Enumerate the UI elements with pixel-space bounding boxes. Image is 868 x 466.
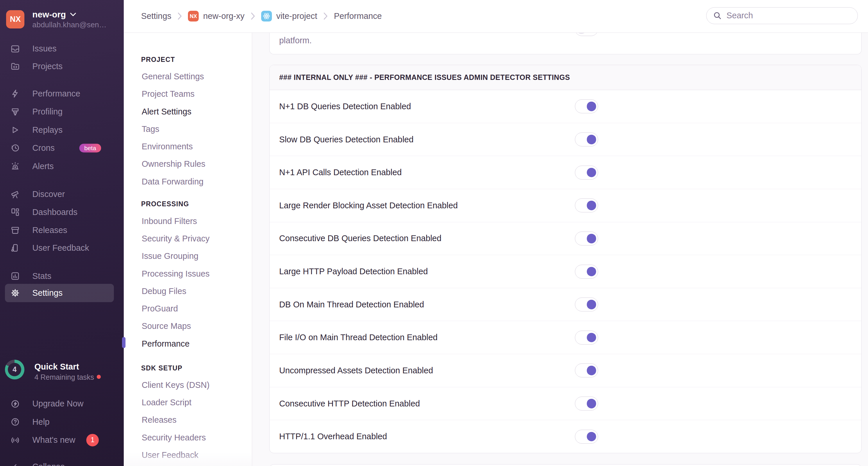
sidebar-item-label: Collapse: [32, 462, 65, 466]
setting-label: File I/O on Main Thread Detection Enable…: [279, 333, 437, 342]
nav-item-environments[interactable]: Environments: [142, 142, 193, 151]
org-user-email: abdullah.khan@sen…: [32, 21, 119, 29]
nav-item-loader-script[interactable]: Loader Script: [142, 398, 191, 407]
nav-section-title: PROCESSING: [141, 200, 189, 208]
nav-item-processing-issues[interactable]: Processing Issues: [142, 269, 210, 278]
toggle-switch-on[interactable]: [575, 165, 598, 180]
toggle-knob: [587, 333, 596, 342]
setting-label: Consecutive DB Queries Detection Enabled: [279, 234, 441, 243]
sidebar-item-stats[interactable]: Stats: [0, 267, 124, 285]
setting-label: N+1 API Calls Detection Enabled: [279, 168, 402, 177]
setting-row-http11-overhead: HTTP/1.1 Overhead Enabled: [270, 420, 861, 453]
toggle-switch-on[interactable]: [575, 397, 598, 410]
help-icon: [10, 417, 20, 427]
nav-item-data-forwarding[interactable]: Data Forwarding: [142, 177, 204, 186]
sidebar-item-crons[interactable]: Crons beta: [0, 139, 124, 157]
nav-item-security-privacy[interactable]: Security & Privacy: [142, 234, 210, 243]
toggle-switch-on[interactable]: [575, 132, 598, 147]
sidebar-item-performance[interactable]: Performance: [0, 85, 124, 102]
sidebar-item-collapse[interactable]: Collapse: [0, 458, 124, 466]
nav-item-debug-files[interactable]: Debug Files: [142, 286, 186, 296]
sidebar-item-label: What's new: [32, 435, 75, 445]
archive-box-icon: [10, 225, 20, 236]
quick-start-title: Quick Start: [34, 362, 79, 372]
breadcrumb-org[interactable]: NX new-org-xy: [188, 11, 244, 21]
sidebar-item-alerts[interactable]: Alerts: [0, 157, 124, 175]
chevron-right-icon: [323, 12, 328, 20]
setting-label: Consecutive HTTP Detection Enabled: [279, 399, 420, 408]
sidebar-item-label: Crons: [32, 143, 55, 153]
toggle-knob: [587, 201, 596, 210]
nav-item-performance[interactable]: Performance: [142, 339, 190, 348]
setting-row-consecutive-http: Consecutive HTTP Detection Enabled: [270, 387, 861, 420]
sidebar-item-whats-new[interactable]: What's new 1: [0, 431, 124, 449]
toggle-knob: [587, 135, 596, 145]
sidebar-item-label: Releases: [32, 225, 67, 235]
search-input[interactable]: [725, 10, 851, 21]
nav-item-inbound-filters[interactable]: Inbound Filters: [142, 216, 197, 226]
sidebar-item-dashboards[interactable]: Dashboards: [0, 203, 124, 221]
setting-label: N+1 DB Queries Detection Enabled: [279, 102, 411, 111]
nav-item-client-keys[interactable]: Client Keys (DSN): [142, 380, 210, 390]
setting-row-large-render-blocking: Large Render Blocking Asset Detection En…: [270, 189, 861, 222]
sidebar-item-user-feedback[interactable]: User Feedback: [0, 239, 124, 257]
nav-item-user-feedback[interactable]: User Feedback: [142, 450, 198, 460]
setting-row-db-main-thread: DB On Main Thread Detection Enabled: [270, 288, 861, 321]
siren-icon: [10, 161, 20, 172]
sidebar-item-settings[interactable]: Settings: [5, 284, 114, 302]
sidebar-item-discover[interactable]: Discover: [0, 185, 124, 203]
breadcrumb-page: Performance: [334, 11, 382, 21]
sidebar-item-label: Help: [32, 417, 50, 427]
sidebar-item-label: User Feedback: [32, 243, 89, 253]
nav-item-releases[interactable]: Releases: [142, 415, 177, 425]
nav-item-alert-settings[interactable]: Alert Settings: [142, 106, 191, 116]
toggle-switch-on[interactable]: [575, 364, 598, 377]
org-switcher[interactable]: new-org: [32, 9, 76, 20]
toggle-switch-on[interactable]: [575, 298, 598, 311]
nav-section-title: PROJECT: [141, 56, 175, 64]
quick-start-count: 4: [8, 363, 21, 376]
toggle-switch-on[interactable]: [575, 198, 598, 212]
quick-start-widget[interactable]: 4 Quick Start 4 Remaining tasks: [5, 360, 120, 381]
main-content: platform. ### INTERNAL ONLY ### - PERFOR…: [252, 33, 868, 466]
search-box[interactable]: [706, 7, 858, 24]
beta-badge: beta: [79, 144, 101, 153]
toggle-switch-on[interactable]: [575, 231, 598, 246]
sidebar-item-upgrade-now[interactable]: Upgrade Now: [0, 395, 124, 413]
sidebar-item-profiling[interactable]: Profiling: [0, 103, 124, 121]
toggle-switch-on[interactable]: [575, 99, 598, 113]
setting-label: Large HTTP Payload Detection Enabled: [279, 267, 428, 276]
nav-item-security-headers[interactable]: Security Headers: [142, 433, 206, 442]
nav-item-proguard[interactable]: ProGuard: [142, 304, 178, 313]
toggle-switch-on[interactable]: [575, 331, 598, 345]
toggle-switch-on[interactable]: [575, 430, 598, 444]
sidebar: NX new-org abdullah.khan@sen… Issues Pro…: [0, 0, 124, 466]
nav-item-general-settings[interactable]: General Settings: [142, 72, 204, 81]
breadcrumb: Settings NX new-org-xy vite-project Perf…: [141, 0, 382, 32]
toggle-switch-on[interactable]: [575, 265, 598, 279]
sidebar-item-projects[interactable]: Projects: [0, 57, 124, 75]
sidebar-item-replays[interactable]: Replays: [0, 121, 124, 139]
bar-chart-icon: [10, 271, 20, 281]
nav-item-source-maps[interactable]: Source Maps: [142, 321, 191, 331]
setting-row-large-http-payload: Large HTTP Payload Detection Enabled: [270, 255, 861, 288]
toggle-knob: [577, 33, 586, 34]
nav-item-issue-grouping[interactable]: Issue Grouping: [142, 251, 198, 261]
sidebar-item-releases[interactable]: Releases: [0, 221, 124, 239]
breadcrumb-project[interactable]: vite-project: [261, 11, 317, 21]
panel-header: ### INTERNAL ONLY ### - PERFORMANCE ISSU…: [270, 65, 861, 90]
toggle-knob: [587, 168, 596, 177]
nav-item-tags[interactable]: Tags: [142, 124, 159, 134]
org-name: new-org: [32, 9, 66, 20]
org-badge: NX: [188, 11, 198, 21]
sidebar-item-issues[interactable]: Issues: [0, 40, 124, 58]
toggle-switch-cutoff[interactable]: [575, 33, 598, 36]
breadcrumb-settings[interactable]: Settings: [141, 11, 172, 21]
sidebar-item-label: Dashboards: [32, 208, 77, 217]
setting-row-n1-api-calls: N+1 API Calls Detection Enabled: [270, 156, 861, 189]
sidebar-item-help[interactable]: Help: [0, 413, 124, 431]
toggle-knob: [587, 102, 596, 111]
nav-item-project-teams[interactable]: Project Teams: [142, 89, 195, 99]
org-avatar[interactable]: NX: [6, 10, 24, 28]
nav-item-ownership-rules[interactable]: Ownership Rules: [142, 159, 206, 169]
